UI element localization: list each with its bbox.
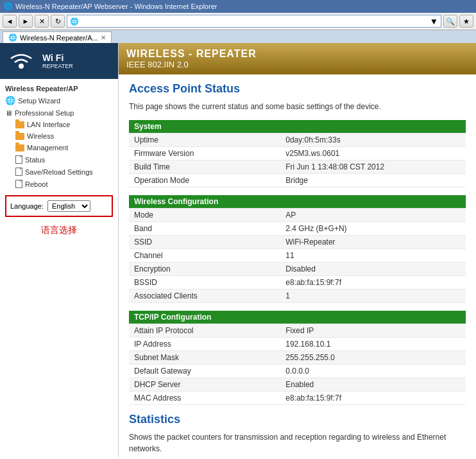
folder-icon [15,133,24,140]
table-row: Uptime0day:0h:5m:33s [129,134,466,147]
address-icon: 🌐 [70,17,79,26]
sidebar-item-status[interactable]: Status [0,153,118,166]
sidebar-item-label: Reboot [25,180,47,188]
language-hint: 语言选择 [0,222,118,239]
address-go-button[interactable]: ▼ [430,17,438,26]
globe-icon: 🌐 [5,96,15,105]
system-table: System Uptime0day:0h:5m:33s Firmware Ver… [129,120,466,187]
sidebar-item-management[interactable]: Management [0,142,118,153]
page-title: Access Point Status [129,82,466,96]
forward-button[interactable]: ► [19,15,33,28]
table-row: Operation ModeBridge [129,174,466,187]
sidebar-nav: Wireless Repeater/AP 🌐 Setup Wizard 🖥 Pr… [0,79,118,242]
tcpip-section-header: TCP/IP Configuration [129,311,466,324]
page-description: This page shows the current status and s… [129,101,466,112]
folder-icon [15,121,24,128]
sidebar-item-label: Setup Wizard [18,97,60,105]
stats-description: Shows the packet counters for transmissi… [129,431,466,455]
page-icon [15,155,22,164]
page-icon [15,168,22,176]
address-bar[interactable]: 🌐 http://192.168.10.1/home.asp ▼ [67,15,441,28]
sidebar-item-reboot[interactable]: Reboot [0,178,118,190]
tab-close-button[interactable]: ✕ [101,34,106,41]
title-bar: 🌐 Wireless-N Repeater/AP Webserver - Win… [0,0,476,13]
search-button[interactable]: 🔍 [443,15,457,28]
sidebar-logo: Wi Fi REPEATER [0,43,118,79]
table-row: EncryptionDisabled [129,263,466,276]
wifi-logo [5,48,37,74]
sidebar-item-setup-wizard[interactable]: 🌐 Setup Wizard [0,94,118,107]
sidebar-item-label: Management [27,144,68,152]
sidebar-item-label: Wireless [27,132,54,140]
browser-icon: 🌐 [4,2,13,11]
language-select[interactable]: English Chinese German French [47,200,90,212]
table-row: Default Gateway0.0.0.0 [129,365,466,378]
table-row: Band2.4 GHz (B+G+N) [129,222,466,236]
table-row: IP Address192.168.10.1 [129,338,466,351]
stop-button[interactable]: ✕ [35,15,49,28]
folder-icon [15,144,24,152]
table-row: Associated Clients1 [129,290,466,303]
table-row: Attain IP ProtocolFixed IP [129,324,466,338]
table-row: Build TimeFri Jun 1 13:48:08 CST 2012 [129,160,466,174]
stats-title: Statistics [129,413,466,426]
table-row: Firmware Versionv25M3.ws.0601 [129,147,466,160]
computer-icon: 🖥 [5,109,12,117]
main-layout: Wi Fi REPEATER Wireless Repeater/AP 🌐 Se… [0,43,476,457]
table-row: Channel11 [129,249,466,263]
nav-bar: ◄ ► ✕ ↻ 🌐 http://192.168.10.1/home.asp ▼… [0,13,476,30]
table-row: MAC Addresse8:ab:fa:15:9f:7f [129,392,466,405]
table-row: DHCP ServerEnabled [129,378,466,392]
sidebar-item-label: LAN Interface [27,121,70,128]
svg-point-0 [19,64,24,69]
sidebar-item-label: Save/Reload Settings [25,168,93,176]
logo-text: Wi Fi REPEATER [42,53,73,69]
logo-wifi: Wi Fi [42,53,73,63]
table-row: BSSIDe8:ab:fa:15:9f:7f [129,276,466,290]
favorites-button[interactable]: ★ [459,15,473,28]
content-body: Access Point Status This page shows the … [119,74,476,457]
language-box: Language: English Chinese German French [5,195,113,217]
page-icon [15,180,22,188]
sidebar-item-label: Status [25,156,45,164]
sidebar-item-lan-interface[interactable]: LAN Interface [0,119,118,130]
tab-bar: 🌐 Wireless-N Repeater/A... ✕ [0,30,476,43]
table-row: ModeAP [129,209,466,222]
header-title-sub: IEEE 802.IIN 2.0 [126,60,468,69]
back-button[interactable]: ◄ [3,15,17,28]
sidebar: Wi Fi REPEATER Wireless Repeater/AP 🌐 Se… [0,43,119,457]
tab-label: Wireless-N Repeater/A... [20,34,98,42]
sidebar-item-wireless[interactable]: Wireless [0,130,118,142]
table-row: SSIDWiFi-Repeater [129,236,466,249]
header-title-main: WIRELESS - REPEATER [126,48,468,60]
logo-repeater: REPEATER [42,63,73,69]
address-input[interactable]: http://192.168.10.1/home.asp [81,17,428,25]
table-row: Subnet Mask255.255.255.0 [129,351,466,365]
content-header: WIRELESS - REPEATER IEEE 802.IIN 2.0 [119,43,476,74]
content-area: WIRELESS - REPEATER IEEE 802.IIN 2.0 Acc… [119,43,476,457]
window-title: Wireless-N Repeater/AP Webserver - Windo… [15,3,217,10]
sidebar-item-professional-setup[interactable]: 🖥 Professional Setup [0,107,118,119]
refresh-button[interactable]: ↻ [51,15,65,28]
wireless-section-header: Wireless Configuration [129,195,466,209]
system-section-header: System [129,120,466,134]
wireless-table: Wireless Configuration ModeAP Band2.4 GH… [129,195,466,303]
tab-icon: 🌐 [8,33,17,42]
browser-tab[interactable]: 🌐 Wireless-N Repeater/A... ✕ [3,31,112,43]
language-label: Language: [10,202,44,210]
sidebar-section-title: Wireless Repeater/AP [0,82,118,94]
tcpip-table: TCP/IP Configuration Attain IP ProtocolF… [129,311,466,405]
sidebar-item-save-reload[interactable]: Save/Reload Settings [0,166,118,178]
sidebar-item-label: Professional Setup [15,109,74,117]
